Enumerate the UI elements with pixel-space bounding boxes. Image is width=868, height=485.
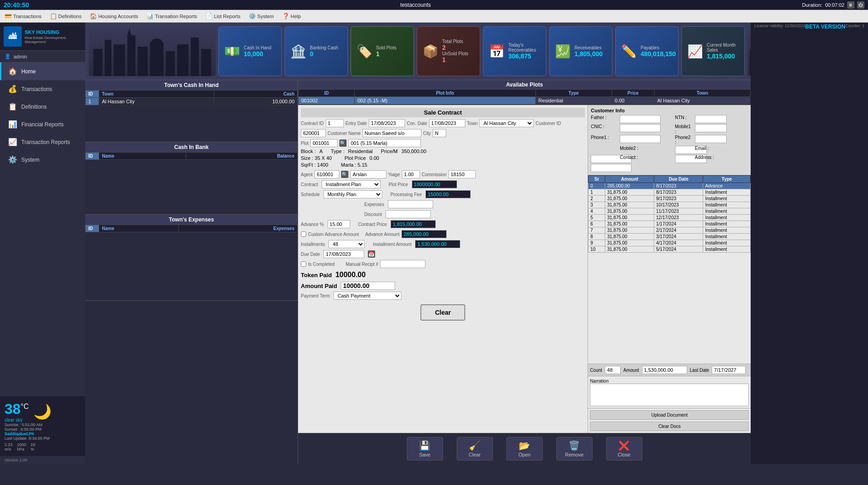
dash-card-receivables[interactable]: 💹 Receiveables 1,805,000 [549, 26, 612, 76]
inst-due-date: 4/17/2024 [654, 240, 703, 246]
upload-document-button[interactable]: Upload Document [590, 410, 749, 420]
power-icon[interactable]: ⏻ [857, 1, 864, 9]
menu-transaction-reports[interactable]: 📊 Transation Reports [144, 12, 200, 20]
save-button[interactable]: 💾 Save [407, 437, 443, 461]
plot-search-btn[interactable]: 🔍 [339, 139, 347, 147]
entry-date-input[interactable] [369, 119, 405, 127]
menu-housing-accounts[interactable]: 🏠 Housing Accounts [87, 12, 141, 20]
dash-card-total-plots[interactable]: 📦 Total Plots 2 UnSold Plots 1 [417, 26, 480, 76]
total-amount-input[interactable] [642, 366, 687, 374]
open-button[interactable]: 📂 Open [506, 437, 543, 461]
town-select[interactable]: Al Hassan City [479, 119, 534, 127]
avail-plot-row[interactable]: 001002 002 (5.15 -M) Residential 0.00 Al… [299, 97, 751, 105]
table-row[interactable]: 4 31,875.00 11/17/2023 Installment [588, 208, 751, 215]
advance-pct-input[interactable] [328, 220, 350, 228]
manual-receipt-input[interactable] [380, 260, 425, 268]
count-input[interactable] [605, 366, 621, 374]
sidebar-item-system[interactable]: ⚙️ System [0, 151, 85, 168]
father-input[interactable] [620, 115, 661, 123]
dash-card-recoverables[interactable]: 📅 Today's Recoverables 306,875 [483, 26, 546, 76]
plot-desc-input[interactable] [348, 139, 421, 147]
calendar-icon[interactable]: 📅 [368, 250, 375, 258]
table-row[interactable]: 9 31,875.00 4/17/2024 Installment [588, 240, 751, 246]
sidebar-item-financial-reports[interactable]: 📊 Financial Reports [0, 115, 85, 133]
table-row[interactable]: 2 31,875.00 9/17/2023 Installment [588, 196, 751, 202]
phone2-input[interactable] [695, 135, 727, 143]
ntn-input[interactable] [695, 115, 727, 123]
remove-button[interactable]: 🗑️ Remove [556, 437, 593, 461]
svg-rect-1 [105, 40, 111, 76]
schedule-select[interactable]: Monthly Plan [323, 190, 382, 198]
installments-select[interactable]: 48 [328, 240, 365, 248]
proc-fee-input[interactable] [425, 190, 471, 198]
amount-paid-input[interactable] [341, 282, 395, 290]
inst-amount-input[interactable] [415, 240, 460, 248]
sidebar-item-definitions[interactable]: 📋 Definitions [0, 98, 85, 115]
clear-docs-button[interactable]: Clear Docs [590, 422, 749, 431]
advance-amount-input[interactable] [401, 230, 447, 238]
menu-system[interactable]: ⚙️ System [246, 12, 277, 20]
phone1-input[interactable] [620, 135, 661, 143]
contract-price-input[interactable] [391, 220, 436, 228]
dash-card-payables[interactable]: ✏️ Payables 480,018,150 [615, 26, 679, 76]
cnic-input[interactable] [620, 124, 661, 132]
agent-search-btn[interactable]: 🔍 [341, 171, 348, 178]
financial-nav-icon: 📊 [8, 120, 18, 129]
inst-amount: 31,875.00 [605, 234, 654, 240]
agent-id-input[interactable] [314, 170, 339, 178]
sidebar-item-transaction-reports[interactable]: 📈 Transaction Reports [0, 133, 85, 151]
menu-help[interactable]: ❓ Help [280, 12, 304, 20]
custom-advance-chk[interactable] [301, 231, 306, 237]
agent-name-input[interactable] [350, 170, 386, 178]
weather-unit: °C [21, 403, 29, 411]
inst-amount: 31,875.00 [605, 246, 654, 253]
monitor-icon[interactable]: 🖥 [847, 1, 854, 9]
inst-due-date: 9/17/2023 [654, 196, 703, 202]
svg-marker-4 [127, 29, 131, 35]
sidebar-item-transactions[interactable]: 💰 Transactions [0, 80, 85, 98]
table-row[interactable]: 5 31,875.00 12/17/2023 Installment [588, 215, 751, 221]
banking-value: 0 [310, 50, 338, 58]
due-date-input[interactable] [323, 250, 364, 258]
menu-transactions[interactable]: 💳 Transactions [2, 12, 44, 20]
mobile1-input[interactable] [695, 124, 727, 132]
plot-price-input[interactable] [412, 180, 457, 188]
percentage-input[interactable] [402, 170, 420, 178]
receivables-icon: 💹 [555, 44, 571, 59]
table-row[interactable]: 6 31,875.00 1/17/2024 Installment [588, 221, 751, 227]
commission-input[interactable] [448, 170, 476, 178]
dash-card-banking-cash[interactable]: 🏦 Banking Cash 0 [285, 26, 348, 76]
dash-card-sold-plots[interactable]: 🏷️ Sold Plots 1 [351, 26, 414, 76]
address-input[interactable] [591, 164, 632, 172]
dash-card-cash-in-hand[interactable]: 💵 Cash In Hand 10,000 [218, 26, 282, 76]
sidebar-item-home[interactable]: 🏠 Home [0, 62, 85, 80]
expenses-input[interactable] [388, 200, 433, 208]
table-row[interactable]: 1 31,875.00 8/17/2023 Installment [588, 189, 751, 196]
custom-advance-row: Custom Advance Amount Advance Amount [301, 230, 585, 238]
customer-id-input[interactable] [301, 129, 326, 137]
table-row[interactable]: 8 31,875.00 3/17/2024 Installment [588, 234, 751, 240]
table-row[interactable]: 7 31,875.00 2/17/2024 Installment [588, 227, 751, 234]
clear-button[interactable]: Clear [420, 304, 465, 321]
customer-name-input[interactable] [362, 129, 421, 137]
plot-id-input[interactable] [310, 139, 338, 147]
city-input[interactable] [433, 129, 446, 137]
narration-box[interactable] [590, 384, 749, 406]
table-row[interactable]: 0 285,000.00 8/17/2023 Advance [588, 183, 751, 189]
unsold-plots-label: UnSold Plots [442, 51, 468, 56]
completed-chk[interactable] [301, 261, 306, 267]
discount-input[interactable] [386, 210, 431, 218]
payment-term-select[interactable]: Cash Payment [333, 292, 401, 300]
contract-type-select[interactable]: Installment Plan [322, 180, 381, 188]
last-date-input[interactable] [712, 366, 746, 374]
con-date-input[interactable] [429, 119, 465, 127]
contract-id-input[interactable] [326, 119, 344, 127]
menu-definitions[interactable]: 📋 Definitions [47, 12, 84, 20]
clear-toolbar-button[interactable]: 🧹 Clear [457, 437, 493, 461]
table-row[interactable]: 10 31,875.00 5/17/2024 Installment [588, 246, 751, 253]
dash-card-month-sales[interactable]: 📈 Current Month Sales 1,815,000 [681, 26, 745, 76]
table-row[interactable]: 3 31,875.00 10/17/2023 Installment [588, 202, 751, 208]
table-row[interactable]: 1 Al Hassan City 10,000.00 [86, 98, 298, 106]
close-button[interactable]: ❌ Close [606, 437, 642, 461]
menu-list-reports[interactable]: 📄 List Reports [203, 12, 243, 20]
